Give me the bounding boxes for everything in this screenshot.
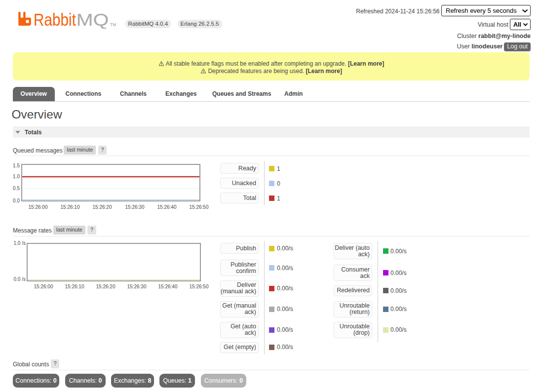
svg-text:MQ: MQ [77, 11, 109, 29]
svg-text:TM: TM [110, 22, 116, 27]
svg-text:Rabbit: Rabbit [34, 11, 76, 29]
